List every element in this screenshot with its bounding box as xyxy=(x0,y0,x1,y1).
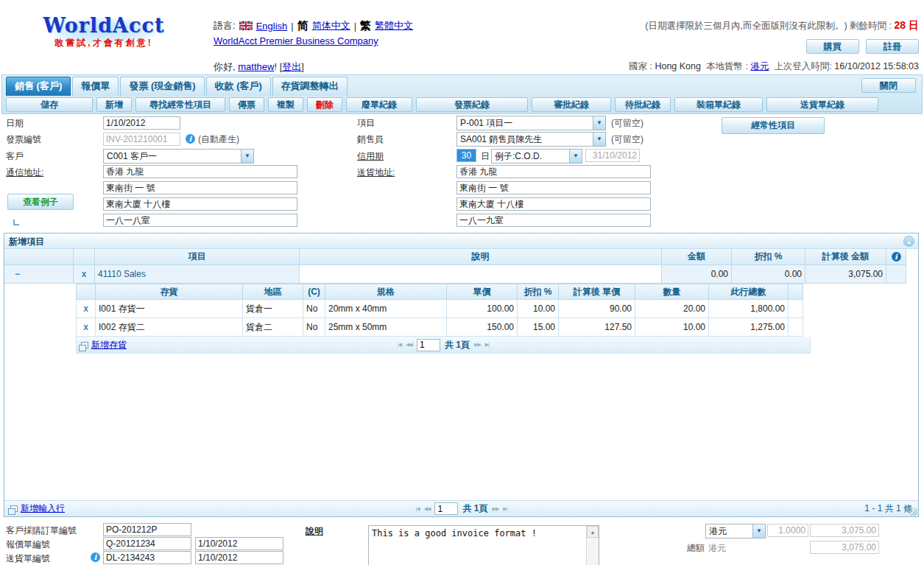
add-line-label[interactable]: 新增輸入行 xyxy=(21,502,65,515)
tab-invoice-cash-sales[interactable]: 發票 (現金銷售) xyxy=(120,77,204,96)
delivery-address-line1[interactable] xyxy=(456,165,651,178)
first-page-icon[interactable]: |◀ xyxy=(398,342,401,348)
quotation-date-input[interactable] xyxy=(195,537,283,550)
mailing-address-line2[interactable] xyxy=(103,181,297,194)
last-page-icon[interactable]: ▶| xyxy=(485,342,489,348)
stock-sub-table: 存貨 地區 (C) 規格 單價 折扣 % 計算後 單價 數量 此行總數 x I0… xyxy=(76,284,811,354)
delete-row-icon[interactable]: x xyxy=(74,265,95,284)
page-number-input[interactable] xyxy=(417,339,440,351)
credit-days-input[interactable] xyxy=(456,149,476,162)
delete-button[interactable]: 刪除 xyxy=(307,97,342,112)
add-stock-label[interactable]: 新增存貨 xyxy=(91,339,127,351)
salesman-select[interactable]: SA001 銷售員陳先生 ▼ xyxy=(456,132,606,147)
delivery-note-input[interactable] xyxy=(103,551,191,564)
delivery-note-date-input[interactable] xyxy=(195,551,283,564)
voucher-button[interactable]: 傳票 xyxy=(229,97,264,112)
tab-stock-adjustment-out[interactable]: 存貨調整轉出 xyxy=(272,77,348,96)
register-button[interactable]: 註冊 xyxy=(866,39,919,54)
mailing-address-line3[interactable] xyxy=(103,197,297,211)
simplified-glyph: 简 xyxy=(297,19,308,33)
add-stock-icon xyxy=(81,342,88,348)
recurring-items-button[interactable]: 經常性項目 xyxy=(722,117,825,134)
mailing-address-line1[interactable] xyxy=(103,165,297,178)
lines-pagination: |◀ ◀◀ 共 1頁 ▶▶ ▶| xyxy=(416,502,507,515)
lang-english-link[interactable]: English xyxy=(256,21,288,32)
chevron-down-icon[interactable]: ▼ xyxy=(569,150,582,163)
add-stock-link[interactable]: 新增存貨 xyxy=(81,339,127,351)
delivery-address-line2[interactable] xyxy=(456,181,651,194)
delivery-note-records-button[interactable]: 送貨單紀錄 xyxy=(766,97,878,112)
po-number-input[interactable] xyxy=(103,523,191,536)
invoice-records-button[interactable]: 發票紀錄 xyxy=(416,97,528,112)
collapse-panel-icon[interactable]: ▲ xyxy=(903,236,914,247)
remarks-link[interactable]: 說明 xyxy=(306,524,323,538)
approved-records-button[interactable]: 審批紀錄 xyxy=(532,97,611,112)
logout-link[interactable]: 登出 xyxy=(282,61,301,72)
add-line-link[interactable]: 新增輸入行 xyxy=(10,502,65,515)
close-button[interactable]: 關閉 xyxy=(861,78,916,93)
next-page-icon[interactable]: ▶▶ xyxy=(493,506,499,512)
header-right: (日期選擇限於三個月內,而全面版則沒有此限制。) 剩餘時間 : 28 日 購買 … xyxy=(629,19,919,73)
customer-select[interactable]: C001 客戶一 ▼ xyxy=(103,149,254,164)
delivery-address-link[interactable]: 送貨地址: xyxy=(357,166,395,179)
chevron-down-icon[interactable]: ▼ xyxy=(593,133,605,146)
chevron-down-icon[interactable]: ▼ xyxy=(593,116,605,130)
view-example-button[interactable]: 查看例子 xyxy=(7,194,74,210)
info-icon[interactable]: i xyxy=(892,252,901,262)
traditional-glyph: 繁 xyxy=(360,19,371,33)
col-location: 地區 xyxy=(243,284,303,300)
scroll-up-icon[interactable]: ▲ xyxy=(587,526,599,538)
invoice-footer-form: 客戶採購訂單編號 報價單編號 送貨單編號 i 說明 This is a good… xyxy=(0,520,924,565)
currency-selected-value: 港元 xyxy=(706,525,752,538)
delete-row-icon[interactable]: x xyxy=(76,318,96,337)
tab-quotation[interactable]: 報價單 xyxy=(72,77,119,96)
chevron-down-icon[interactable]: ▼ xyxy=(241,150,253,163)
discount-pct-cell: 15.00 xyxy=(518,318,559,337)
find-recurring-button[interactable]: 尋找經常性項目 xyxy=(135,97,225,112)
separator: | xyxy=(291,21,293,32)
void-records-button[interactable]: 廢單紀錄 xyxy=(346,97,412,112)
salesman-selected-value: SA001 銷售員陳先生 xyxy=(457,133,593,146)
packing-list-records-button[interactable]: 裝箱單紀錄 xyxy=(674,97,763,112)
mailing-address-line4[interactable] xyxy=(103,214,297,227)
resize-grip[interactable] xyxy=(909,508,917,516)
quotation-number-input[interactable] xyxy=(103,537,191,550)
delivery-address-line3[interactable] xyxy=(456,197,651,211)
delivery-address-line4[interactable] xyxy=(456,214,651,227)
next-page-icon[interactable]: ▶▶ xyxy=(474,342,481,348)
date-input[interactable] xyxy=(103,116,180,130)
invoice-no-label: 發票編號 xyxy=(6,133,41,146)
username-link[interactable]: matthew xyxy=(238,61,274,72)
company-link[interactable]: WorldAcct Premier Business Company xyxy=(214,35,378,46)
mailing-address-link[interactable]: 通信地址: xyxy=(6,166,43,179)
collapse-row-icon[interactable]: − xyxy=(4,265,74,284)
local-currency-link[interactable]: 港元 xyxy=(750,61,769,71)
project-select[interactable]: P-001 項目一 ▼ xyxy=(456,116,606,130)
prev-page-icon[interactable]: ◀◀ xyxy=(424,506,431,512)
pending-records-button[interactable]: 待批紀錄 xyxy=(615,97,671,112)
new-button[interactable]: 新增 xyxy=(96,97,132,112)
tab-sales-customer[interactable]: 銷售 (客戶) xyxy=(6,77,71,96)
copy-button[interactable]: 複製 xyxy=(268,97,303,112)
save-button[interactable]: 儲存 xyxy=(6,97,93,112)
remarks-textarea[interactable]: This is a good invoice format ! xyxy=(369,526,586,565)
credit-terms-select[interactable]: 例子:C.O.D. ▼ xyxy=(491,149,582,164)
lang-simplified-link[interactable]: 简体中文 xyxy=(312,19,350,32)
page-number-input[interactable] xyxy=(434,502,458,515)
credit-terms-link[interactable]: 信用期 xyxy=(357,150,384,163)
currency-select[interactable]: 港元 ▼ xyxy=(705,524,766,538)
scrollbar[interactable]: ▲ xyxy=(586,526,599,565)
prev-page-icon[interactable]: ◀◀ xyxy=(406,342,412,348)
chevron-down-icon[interactable]: ▼ xyxy=(752,524,765,538)
last-page-icon[interactable]: ▶| xyxy=(503,506,507,512)
stock-cell: I001 存貨一 xyxy=(96,300,243,318)
tab-receipt-customer[interactable]: 收款 (客戶) xyxy=(206,77,271,96)
delete-row-icon[interactable]: x xyxy=(76,300,96,318)
lang-traditional-link[interactable]: 繁體中文 xyxy=(375,19,413,32)
first-page-icon[interactable]: |◀ xyxy=(416,506,420,512)
project-selected-value: P-001 項目一 xyxy=(457,117,593,130)
info-icon[interactable]: i xyxy=(186,134,195,144)
uk-flag-icon xyxy=(239,21,253,30)
info-icon[interactable]: i xyxy=(91,552,100,562)
buy-button[interactable]: 購買 xyxy=(806,39,859,54)
